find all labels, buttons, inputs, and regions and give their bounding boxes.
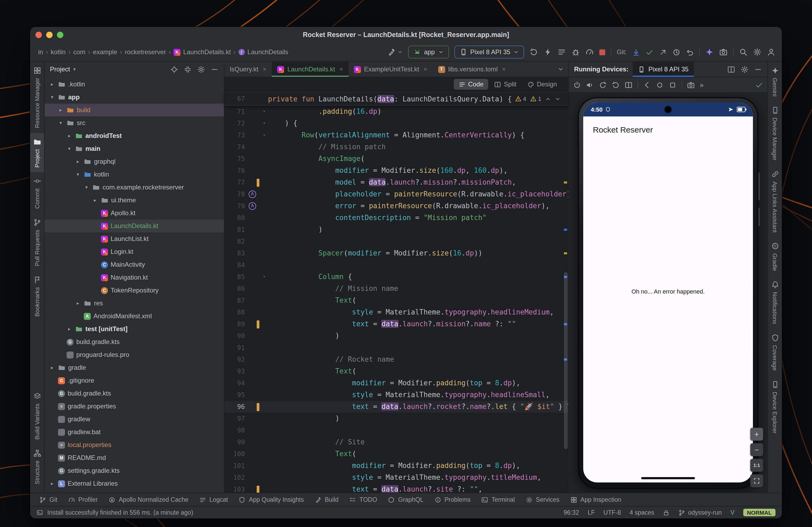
zoom-reset-button[interactable]: 1:1 <box>750 459 763 472</box>
inspections-widget[interactable]: 41 <box>515 95 568 102</box>
tool-window-bar-problems[interactable]: Problems <box>429 494 475 505</box>
vim-mode-badge[interactable]: NORMAL <box>743 509 775 516</box>
breadcrumb-item-launchdetails-kt[interactable]: KLaunchDetails.kt <box>172 48 232 56</box>
profiler-icon[interactable] <box>586 48 594 56</box>
split-panel-icon[interactable] <box>727 65 735 73</box>
breadcrumb-item-rocketreserver[interactable]: rocketreserver <box>123 48 168 56</box>
code-line-96[interactable]: 96 text = data.launch?.rocket?.name?.let… <box>224 401 568 413</box>
phone-home-indicator[interactable] <box>641 477 695 479</box>
code-line-93[interactable]: 93 Text( <box>224 365 568 377</box>
breadcrumb-item-in[interactable]: in <box>37 48 45 56</box>
project-panel-title[interactable]: Project <box>50 65 70 73</box>
tree-expand-icon[interactable]: ▸ <box>92 197 98 203</box>
tool-window-button-device-manager[interactable]: Device Manager <box>768 102 782 165</box>
tool-window-bar-build[interactable]: Build <box>309 494 343 505</box>
project-tree-item-kotlin[interactable]: ▸.kotlin <box>45 78 224 91</box>
tool-window-button-structure[interactable]: Structure <box>30 445 44 490</box>
tree-expand-icon[interactable]: ▸ <box>49 81 55 87</box>
tool-window-bar-todo[interactable]: TODO <box>345 494 382 505</box>
tool-window-bar-graphql[interactable]: GraphQL <box>383 494 429 505</box>
code-line-92[interactable]: 92 // Rocket name <box>224 353 568 365</box>
project-tree-item-launchdetails-kt[interactable]: KLaunchDetails.kt <box>45 220 224 232</box>
git-rollback-icon[interactable] <box>686 48 694 56</box>
code-line-81[interactable]: 81 ) <box>224 224 568 236</box>
power-button-icon[interactable] <box>573 81 581 89</box>
tool-window-bar-services[interactable]: Services <box>521 494 564 505</box>
editor-tab-lsquery-kt[interactable]: lsQuery.kt× <box>224 62 272 77</box>
breadcrumb-item-kotlin[interactable]: kotlin <box>49 48 68 56</box>
tool-window-button-commit[interactable]: Commit <box>30 172 44 214</box>
search-icon[interactable] <box>739 48 748 56</box>
tree-expand-icon[interactable]: ▸ <box>49 365 55 370</box>
close-tab-icon[interactable]: × <box>338 65 343 73</box>
chevron-down-icon[interactable]: ▾ <box>73 66 76 72</box>
target-device-select[interactable]: Pixel 8 API 35 <box>454 46 524 59</box>
project-tree-item-androidmanifest-xml[interactable]: AAndroidManifest.xml <box>45 310 224 322</box>
tree-expand-icon[interactable]: ▸ <box>75 159 81 164</box>
project-tree-item-gradle[interactable]: ▸gradle <box>45 361 224 374</box>
tool-window-button-pull-requests[interactable]: Pull Requests <box>30 213 44 271</box>
project-tree-item-gradle-properties[interactable]: ≡gradle.properties <box>45 400 224 413</box>
close-window-button[interactable] <box>35 32 42 38</box>
code-line-78[interactable]: 78A placeholder = painterResource(R.draw… <box>224 189 568 200</box>
editor-tab-exampleunittest-kt[interactable]: KExampleUnitTest.kt× <box>349 62 433 77</box>
editor-tab-libs-versions-toml[interactable]: Tlibs.versions.toml× <box>433 62 511 77</box>
code-line-79[interactable]: 79A error = painterResource(R.drawable.i… <box>224 200 568 212</box>
project-tree-item-readme-md[interactable]: MREADME.md <box>45 451 224 464</box>
code-line-91[interactable]: 91 <box>224 342 568 353</box>
tool-window-button-project[interactable]: Project <box>30 133 44 172</box>
tool-window-button-build-variants[interactable]: Build Variants <box>30 388 44 445</box>
tool-window-bar-logcat[interactable]: Logcat <box>194 494 233 505</box>
project-tree-item-main[interactable]: ▾main <box>45 142 224 155</box>
fold-icon[interactable]: ▾ <box>260 271 268 283</box>
view-mode-design[interactable]: Design <box>522 79 562 90</box>
apply-changes-icon[interactable] <box>544 48 552 56</box>
code-line-101[interactable]: 101 modifier = Modifier.padding(top = 8.… <box>224 460 568 472</box>
tool-window-options-icon[interactable] <box>197 65 205 73</box>
project-tree-item-proguard-rules-pro[interactable]: proguard-rules.pro <box>45 348 224 361</box>
tool-window-button-coverage[interactable]: Coverage <box>768 329 782 376</box>
running-device-tab[interactable]: Pixel 8 API 35 <box>633 62 694 77</box>
git-push-icon[interactable] <box>659 48 667 56</box>
project-tree-item-graphql[interactable]: ▸graphql <box>45 155 224 168</box>
rotate-right-icon[interactable] <box>612 81 620 89</box>
code-line-89[interactable]: 89 text = data.launch?.mission?.name ?: … <box>224 318 568 330</box>
code-line-95[interactable]: 95 style = MaterialTheme.typography.head… <box>224 389 568 401</box>
code-editor[interactable]: 71▾ .padding(16.dp)72▾ ) {73▾ Row(vertic… <box>224 106 568 493</box>
project-tree-item-navigation-kt[interactable]: KNavigation.kt <box>45 271 224 284</box>
scrollbar-thumb[interactable] <box>564 272 568 449</box>
tool-window-button-gradle[interactable]: Gradle <box>768 238 782 276</box>
tool-window-button-bookmarks[interactable]: Bookmarks <box>30 271 44 321</box>
fold-icon[interactable]: ▾ <box>260 129 268 141</box>
screenshot-icon[interactable] <box>687 81 695 89</box>
tool-window-button-app-links-assistant[interactable]: App Links Assistant <box>768 165 782 238</box>
project-tree-item-launchlist-kt[interactable]: KLaunchList.kt <box>45 232 224 245</box>
status-message-text[interactable]: Install successfully finished in 556 ms.… <box>47 509 193 516</box>
project-tree-item-res[interactable]: ▸res <box>45 297 224 310</box>
rerun-icon[interactable] <box>530 48 538 56</box>
hide-devices-icon[interactable] <box>754 65 762 73</box>
tool-window-button-device-explorer[interactable]: Device Explorer <box>768 376 782 438</box>
project-tree-item-build-gradle-kts[interactable]: Gbuild.gradle.kts <box>45 335 224 348</box>
project-tree-item-login-kt[interactable]: KLogin.kt <box>45 245 224 258</box>
code-line-100[interactable]: 100 Text( <box>224 448 568 460</box>
tree-expand-icon[interactable]: ▸ <box>66 326 73 332</box>
project-tree-item-app[interactable]: ▾app <box>45 91 224 104</box>
collapse-all-icon[interactable] <box>184 65 192 73</box>
android-home-icon[interactable] <box>656 81 664 89</box>
code-line-77[interactable]: 77 model = data.launch?.mission?.mission… <box>224 177 568 189</box>
project-tree-item-ui-theme[interactable]: ▸ui.theme <box>45 194 224 207</box>
close-tab-icon[interactable]: × <box>422 65 427 73</box>
code-line-88[interactable]: 88 style = MaterialTheme.typography.head… <box>224 306 568 318</box>
code-line-97[interactable]: 97 ) <box>224 413 568 424</box>
caret-position[interactable]: 96:32 <box>564 509 579 516</box>
tool-window-bar-app-quality-insights[interactable]: App Quality Insights <box>234 494 309 505</box>
close-tab-icon[interactable]: × <box>262 65 266 73</box>
code-line-75[interactable]: 75 AsyncImage( <box>224 153 568 165</box>
zoom-in-button[interactable]: + <box>750 428 763 441</box>
tree-expand-icon[interactable]: ▸ <box>57 107 64 113</box>
run-configuration-select[interactable]: app <box>408 46 449 59</box>
code-line-85[interactable]: 85▾ Column { <box>224 271 568 283</box>
project-tree-item-gradlew-bat[interactable]: gradlew.bat <box>45 425 224 438</box>
device-screenshot-icon[interactable] <box>719 48 728 56</box>
